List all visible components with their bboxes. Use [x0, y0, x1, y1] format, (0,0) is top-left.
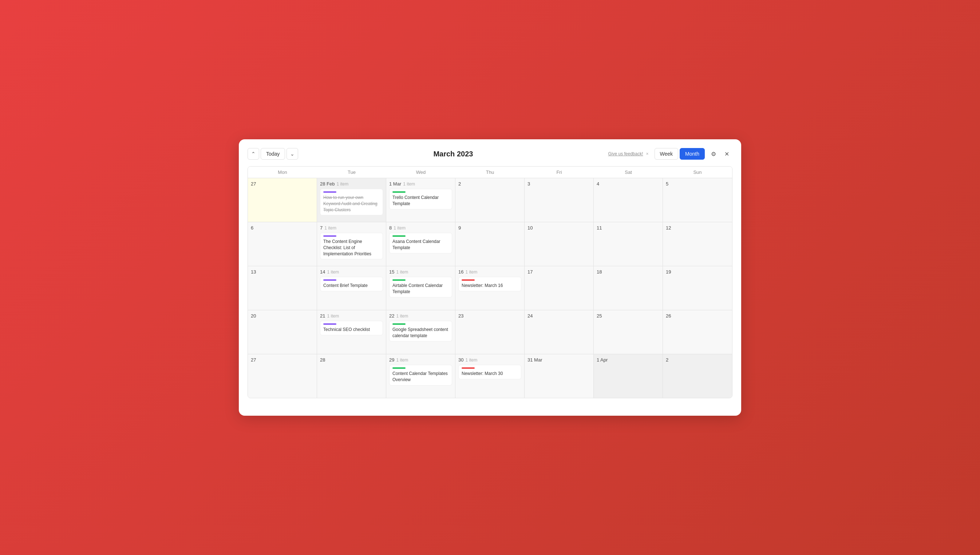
item-count: 1 item	[465, 358, 477, 363]
close-icon[interactable]: ✕	[721, 148, 732, 160]
day-number: 4	[597, 181, 599, 186]
day-number: 28	[320, 357, 325, 363]
feedback-link[interactable]: Give us feedback!	[608, 151, 643, 156]
day-number: 9	[458, 225, 461, 231]
day-cell[interactable]: 27	[248, 178, 317, 222]
day-cell[interactable]: 6	[248, 222, 317, 266]
calendar-title: March 2023	[298, 150, 608, 158]
day-cell[interactable]: 28	[317, 354, 386, 398]
day-cell[interactable]: 71 itemThe Content Engine Checklist: Lis…	[317, 222, 386, 266]
event-title: How to run your own Keyword Audit and Cr…	[323, 194, 380, 213]
event-title: Google Spreadsheet content calendar temp…	[393, 327, 449, 339]
day-cell[interactable]: 25	[594, 310, 663, 354]
day-number: 31 Mar	[528, 357, 542, 363]
day-header-row: 31 Mar	[528, 357, 591, 363]
day-cell[interactable]: 301 itemNewsletter: March 30	[455, 354, 525, 398]
day-header-row: 161 item	[458, 269, 521, 274]
day-number: 16	[458, 269, 463, 274]
day-cell[interactable]: 17	[525, 266, 594, 310]
nav-up-button[interactable]: ⌃	[248, 148, 259, 160]
day-cell[interactable]: 1 Apr	[594, 354, 663, 398]
calendar-grid: MonTueWedThuFriSatSun 2728 Feb1 itemHow …	[248, 166, 732, 398]
day-header-row: 3	[528, 181, 591, 186]
event-bar	[393, 279, 406, 281]
day-cell[interactable]: 9	[455, 222, 525, 266]
event-card[interactable]: The Content Engine Checklist: List of Im…	[320, 233, 383, 259]
event-card[interactable]: Airtable Content Calendar Template	[389, 277, 452, 297]
event-card[interactable]: How to run your own Keyword Audit and Cr…	[320, 189, 383, 215]
event-card[interactable]: Content Brief Template	[320, 277, 383, 291]
day-header-row: 211 item	[320, 313, 383, 319]
day-header: Sun	[663, 167, 732, 178]
day-cell[interactable]: 161 itemNewsletter: March 16	[455, 266, 525, 310]
item-count: 1 item	[396, 269, 408, 274]
day-cell[interactable]: 1 Mar1 itemTrello Content Calendar Templ…	[386, 178, 455, 222]
day-number: 27	[251, 181, 256, 186]
day-header-row: 11	[597, 225, 660, 231]
item-count: 1 item	[336, 181, 348, 186]
event-title: Technical SEO checklist	[323, 327, 380, 333]
day-cell[interactable]: 211 itemTechnical SEO checklist	[317, 310, 386, 354]
day-cell[interactable]: 18	[594, 266, 663, 310]
event-card[interactable]: Newsletter: March 30	[458, 365, 521, 379]
day-number: 8	[389, 225, 392, 231]
today-button[interactable]: Today	[261, 148, 285, 160]
nav-down-button[interactable]: ⌄	[286, 148, 298, 160]
event-card[interactable]: Trello Content Calendar Template	[389, 189, 452, 210]
event-card[interactable]: Technical SEO checklist	[320, 321, 383, 335]
item-count: 1 item	[327, 269, 339, 274]
day-cell[interactable]: 4	[594, 178, 663, 222]
day-cell[interactable]: 11	[594, 222, 663, 266]
day-cell[interactable]: 10	[525, 222, 594, 266]
event-bar	[323, 279, 336, 281]
event-bar	[393, 323, 406, 325]
day-header-row: 141 item	[320, 269, 383, 274]
event-card[interactable]: Asana Content Calendar Template	[389, 233, 452, 253]
day-cell[interactable]: 26	[663, 310, 732, 354]
month-view-button[interactable]: Month	[680, 148, 705, 160]
day-cell[interactable]: 27	[248, 354, 317, 398]
day-number: 25	[597, 313, 602, 319]
day-header-row: 5	[666, 181, 729, 186]
day-number: 6	[251, 225, 253, 231]
day-cell[interactable]: 23	[455, 310, 525, 354]
day-cell[interactable]: 2	[663, 354, 732, 398]
feedback-close-icon[interactable]: ×	[646, 151, 649, 156]
day-cell[interactable]: 3	[525, 178, 594, 222]
day-header-row: 20	[251, 313, 314, 319]
day-cell[interactable]: 31 Mar	[525, 354, 594, 398]
day-number: 15	[389, 269, 394, 274]
day-cell[interactable]: 28 Feb1 itemHow to run your own Keyword …	[317, 178, 386, 222]
item-count: 1 item	[403, 181, 415, 186]
day-header-row: 17	[528, 269, 591, 274]
day-header-row: 71 item	[320, 225, 383, 231]
week-row: 2728 Feb1 itemHow to run your own Keywor…	[248, 178, 732, 222]
settings-icon[interactable]: ⚙	[708, 148, 719, 160]
day-cell[interactable]: 141 itemContent Brief Template	[317, 266, 386, 310]
day-cell[interactable]: 20	[248, 310, 317, 354]
day-header-row: 27	[251, 357, 314, 363]
day-cell[interactable]: 151 itemAirtable Content Calendar Templa…	[386, 266, 455, 310]
day-cell[interactable]: 19	[663, 266, 732, 310]
day-header-row: 301 item	[458, 357, 521, 363]
day-number: 28 Feb	[320, 181, 335, 186]
day-cell[interactable]: 291 itemContent Calendar Templates Overv…	[386, 354, 455, 398]
event-bar	[393, 235, 406, 237]
event-card[interactable]: Newsletter: March 16	[458, 277, 521, 291]
day-cell[interactable]: 221 itemGoogle Spreadsheet content calen…	[386, 310, 455, 354]
event-title: Newsletter: March 16	[462, 282, 518, 289]
day-cell[interactable]: 24	[525, 310, 594, 354]
day-cell[interactable]: 81 itemAsana Content Calendar Template	[386, 222, 455, 266]
day-cell[interactable]: 2	[455, 178, 525, 222]
event-card[interactable]: Google Spreadsheet content calendar temp…	[389, 321, 452, 342]
calendar-container: ⌃ Today ⌄ March 2023 Give us feedback! ×…	[239, 139, 741, 416]
week-view-button[interactable]: Week	[655, 148, 679, 160]
day-cell[interactable]: 12	[663, 222, 732, 266]
weeks: 2728 Feb1 itemHow to run your own Keywor…	[248, 178, 732, 398]
day-header-row: 19	[666, 269, 729, 274]
day-cell[interactable]: 13	[248, 266, 317, 310]
event-card[interactable]: Content Calendar Templates Overview	[389, 365, 452, 385]
day-number: 24	[528, 313, 533, 319]
day-cell[interactable]: 5	[663, 178, 732, 222]
day-header-row: 13	[251, 269, 314, 274]
